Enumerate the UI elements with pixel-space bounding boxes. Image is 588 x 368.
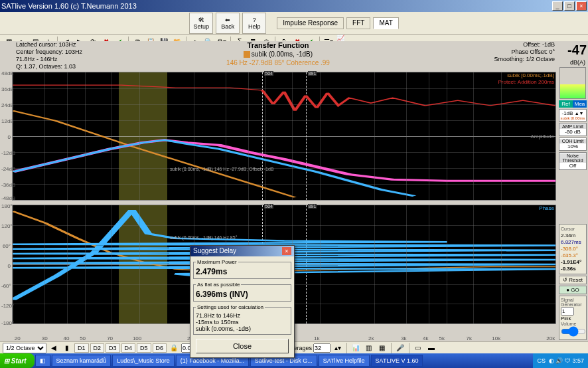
mea-button[interactable]: Mea xyxy=(573,100,587,108)
close-button[interactable]: × xyxy=(576,1,587,11)
flat-fieldset: As flat as possible 6.396ms (INV) xyxy=(193,282,291,302)
tray-lang[interactable]: CS xyxy=(537,357,546,364)
level-meter xyxy=(559,67,586,99)
taskbar-item-2[interactable]: Ludes\_Music Store xyxy=(112,355,175,367)
view-a-icon[interactable]: ▭ xyxy=(412,342,424,354)
noise-threshold-pill[interactable]: Noise ThresholdOff xyxy=(559,152,587,170)
app-title: SATlive Version 1.60 (c) T.Neumann 2013 xyxy=(1,2,137,10)
smoothing-label: Smoothing: 1/2 Octave xyxy=(494,56,555,63)
phase-inline-label: subik (0.00ms, -1dB) 146 Hz 85° xyxy=(170,235,237,240)
chart-readout: 146 Hz -27.9dB 85° Coherence .99 xyxy=(0,58,556,67)
main-toolbar: 🛠Setup ⬅Back ?Help Impulse Response FFT … xyxy=(0,12,588,35)
max-power-value: 2.479ms xyxy=(196,267,289,276)
spl-readout: -47 xyxy=(557,43,588,58)
chart-header: Transfer Function subik (0.00ms, -1dB) 1… xyxy=(0,41,556,67)
lock-icon[interactable]: 🔒 xyxy=(168,342,180,354)
ylabel-phase: 180° xyxy=(1,203,11,209)
d4-chip[interactable]: D4 xyxy=(121,343,136,353)
help-button[interactable]: ?Help xyxy=(242,13,266,34)
minimize-button[interactable]: _ xyxy=(552,1,563,11)
tray-clock: 3:57 xyxy=(572,357,584,364)
taskbar-item-0[interactable]: ◧ xyxy=(35,355,50,367)
d1-chip[interactable]: D1 xyxy=(74,343,89,353)
mic-icon[interactable]: 🎤 xyxy=(394,342,406,354)
settings-fieldset: Settings used for calculation 71.8Hz to … xyxy=(193,304,291,335)
setup-button[interactable]: 🛠Setup xyxy=(189,13,213,34)
d5-chip[interactable]: D5 xyxy=(137,343,151,353)
magnitude-plot[interactable]: 504 891 subik [0.00ms;-1dB] Protect: Add… xyxy=(12,72,556,201)
maximize-button[interactable]: □ xyxy=(564,1,575,11)
magnitude-traces xyxy=(13,72,555,200)
chart-small-icon[interactable]: 📊 xyxy=(350,342,362,354)
grid-small-icon[interactable]: ▦ xyxy=(376,342,388,354)
d3-chip[interactable]: D3 xyxy=(106,343,120,353)
back-icon: ⬅ xyxy=(225,17,230,23)
windows-icon: ⊞ xyxy=(4,357,9,365)
ylabel-mag: 48dB xyxy=(1,70,11,76)
dialog-title: Suggest Delay xyxy=(193,247,236,255)
start-button[interactable]: ⊞ Start xyxy=(0,353,35,368)
taskbar-item-5[interactable]: SATlive Helpfile xyxy=(319,355,370,367)
spinner-up-down[interactable]: ▴▾ xyxy=(332,342,344,354)
dialog-close-icon[interactable]: × xyxy=(282,247,291,255)
d6-chip[interactable]: D6 xyxy=(153,343,167,353)
dialog-close-button[interactable]: Close xyxy=(196,339,289,353)
right-side-panel: -47 dB(A) Ref Mea -1dB ▲▼subik [0.00ms A… xyxy=(557,41,588,340)
phase-offset-label: Phase Offset: 0° xyxy=(494,48,555,56)
tray-icons[interactable]: ◐ 🔊 🛡 xyxy=(549,357,571,364)
trace-inline-label: subik (0.00ms, -1dB) 146 Hz -27.9dB, Off… xyxy=(170,167,273,171)
wrench-icon: 🛠 xyxy=(198,17,204,23)
go-button[interactable]: ● GO xyxy=(559,286,587,294)
tab-impulse-response[interactable]: Impulse Response xyxy=(277,17,344,29)
volume-slider[interactable] xyxy=(561,326,586,337)
taskbar-item-6[interactable]: SATLIVE V 1.60 xyxy=(371,355,423,367)
back-button[interactable]: ⬅Back xyxy=(216,13,240,34)
scale-pill[interactable]: -1dB ▲▼subik [0.00ms xyxy=(559,109,587,122)
help-icon: ? xyxy=(253,17,256,23)
max-power-fieldset: Maximum Power 2.479ms xyxy=(193,259,291,279)
workspace: Latched cursor: 103Hz Center frequency: … xyxy=(0,41,588,340)
stack-icon[interactable]: ▥ xyxy=(363,342,375,354)
siggen-value-input[interactable] xyxy=(561,307,574,316)
legend-text: subik (0.00ms, -1dB) xyxy=(252,50,313,58)
coh-limit-pill[interactable]: COH Limit10% xyxy=(559,138,587,151)
amp-limit-pill[interactable]: AMP Limit-80 dB xyxy=(559,123,587,136)
window-titlebar: SATlive Version 1.60 (c) T.Neumann 2013 … xyxy=(0,0,588,12)
chart-title-text: Transfer Function xyxy=(0,41,556,50)
signal-generator-panel: Signal Generator Pink Volume xyxy=(559,296,587,340)
siggen-type[interactable]: Pink xyxy=(561,316,571,322)
smoothing-info-block: Offset: -1dB Phase Offset: 0° Smoothing:… xyxy=(494,41,555,63)
view-b-icon[interactable]: ▬ xyxy=(425,342,437,354)
tab-mat[interactable]: MAT xyxy=(373,17,398,29)
tab-fft[interactable]: FFT xyxy=(346,17,370,29)
btn-bar-icon[interactable]: ▮ xyxy=(61,342,73,354)
ref-mea-toggle: Ref Mea xyxy=(559,100,587,108)
suggest-delay-dialog: Suggest Delay × Maximum Power 2.479ms As… xyxy=(190,245,295,358)
octave-select[interactable]: 1/2 Octave xyxy=(3,343,46,353)
dialog-titlebar[interactable]: Suggest Delay × xyxy=(190,246,294,256)
d2-chip[interactable]: D2 xyxy=(90,343,105,353)
reset-button[interactable]: ↺ Reset xyxy=(559,276,587,284)
legend-swatch xyxy=(244,51,250,58)
system-tray[interactable]: CS ◐ 🔊 🛡 3:57 xyxy=(533,353,588,368)
averages-input[interactable] xyxy=(313,343,331,353)
cursor-readout-box: Cursor 2.34m 6.827ms -308.0° -635.3° -1.… xyxy=(559,224,587,274)
taskbar-item-1[interactable]: Seznam kamarádů xyxy=(52,355,111,367)
btn-prev[interactable]: ◀ xyxy=(48,342,60,354)
spl-unit: dB(A) xyxy=(557,59,588,66)
offset-label: Offset: -1dB xyxy=(494,41,555,48)
ref-button[interactable]: Ref xyxy=(559,100,573,108)
flat-value: 6.396ms (INV) xyxy=(196,290,289,299)
